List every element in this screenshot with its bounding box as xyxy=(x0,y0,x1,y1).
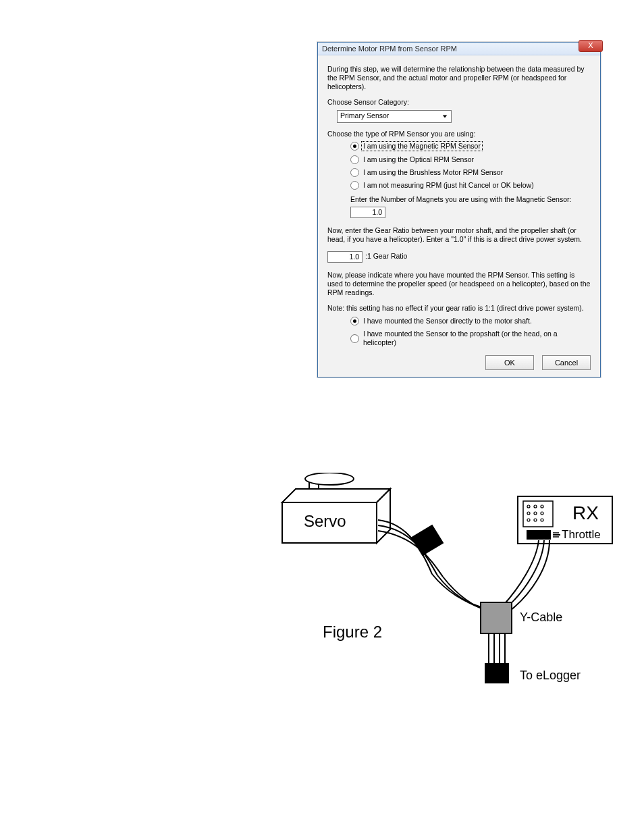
to-elogger-label: To eLogger xyxy=(520,669,581,683)
servo-label: Servo xyxy=(304,512,346,531)
radio-none[interactable]: I am not measuring RPM (just hit Cancel … xyxy=(350,181,591,190)
elogger-wires-icon xyxy=(489,633,505,663)
servo-icon xyxy=(282,473,390,543)
radio-icon xyxy=(350,155,359,164)
intro-text: During this step, we will determine the … xyxy=(327,65,591,91)
ok-button[interactable]: OK xyxy=(485,355,534,370)
magnets-label: Enter the Number of Magnets you are usin… xyxy=(350,195,591,204)
dialog-buttons: OK Cancel xyxy=(327,355,591,370)
radio-optical[interactable]: I am using the Optical RPM Sensor xyxy=(350,155,591,164)
sensor-category-select[interactable]: Primary Sensor xyxy=(337,110,452,123)
gear-ratio-input[interactable]: 1.0 xyxy=(327,251,363,263)
magnets-row: 1.0 xyxy=(350,207,591,218)
svg-marker-2 xyxy=(282,489,390,502)
figure-caption: Figure 2 xyxy=(323,623,382,642)
svg-marker-0 xyxy=(443,115,447,118)
radio-motor-shaft-label: I have mounted the Sensor directly to th… xyxy=(363,317,532,325)
dialog-title: Determine Motor RPM from Sensor RPM xyxy=(322,45,457,53)
radio-none-label: I am not measuring RPM (just hit Cancel … xyxy=(363,181,534,190)
sensor-category-label: Choose Sensor Category: xyxy=(327,98,591,107)
dialog-body: During this step, we will determine the … xyxy=(318,55,600,377)
svg-rect-17 xyxy=(527,530,551,540)
radio-motor-shaft[interactable]: I have mounted the Sensor directly to th… xyxy=(350,317,591,325)
svg-marker-21 xyxy=(412,525,443,555)
cancel-button[interactable]: Cancel xyxy=(542,355,591,370)
mount-note: Note: this setting has no effect if your… xyxy=(327,304,591,313)
radio-brushless-label: I am using the Brushless Motor RPM Senso… xyxy=(363,168,503,177)
chevron-down-icon xyxy=(440,111,450,121)
radio-icon xyxy=(350,142,359,151)
elogger-connector-icon xyxy=(485,663,509,683)
y-cable-junction-icon xyxy=(481,602,512,633)
svg-point-5 xyxy=(305,473,354,485)
figure-svg xyxy=(270,473,614,702)
titlebar: Determine Motor RPM from Sensor RPM X xyxy=(318,43,600,55)
rpm-dialog: Determine Motor RPM from Sensor RPM X Du… xyxy=(317,42,601,377)
sensor-category-row: Primary Sensor xyxy=(337,110,591,123)
gear-ratio-intro: Now, enter the Gear Ratio between your m… xyxy=(327,226,591,244)
y-cable-label: Y-Cable xyxy=(520,610,562,625)
magnets-input[interactable]: 1.0 xyxy=(350,207,385,218)
radio-magnetic-label: I am using the Magnetic RPM Sensor xyxy=(361,141,483,151)
radio-icon xyxy=(350,181,359,190)
mount-intro: Now, please indicate where you have moun… xyxy=(327,271,591,297)
rx-port-label: Throttle xyxy=(562,528,601,542)
radio-brushless[interactable]: I am using the Brushless Motor RPM Senso… xyxy=(350,168,591,177)
radio-icon xyxy=(350,334,359,343)
radio-icon xyxy=(350,168,359,177)
close-button[interactable]: X xyxy=(579,40,603,52)
radio-optical-label: I am using the Optical RPM Sensor xyxy=(363,155,474,164)
rx-label: RX xyxy=(572,502,599,524)
gear-ratio-row: 1.0 :1 Gear Ratio xyxy=(327,251,591,263)
sensor-type-label: Choose the type of RPM Sensor you are us… xyxy=(327,130,591,138)
radio-magnetic[interactable]: I am using the Magnetic RPM Sensor xyxy=(350,141,591,151)
sensor-category-value: Primary Sensor xyxy=(340,111,389,120)
gear-ratio-suffix: :1 Gear Ratio xyxy=(365,252,407,261)
figure-2-diagram: Servo RX Throttle Y-Cable To eLogger Fig… xyxy=(270,473,614,702)
radio-propshaft-label: I have mounted the Sensor to the propsha… xyxy=(363,330,591,347)
radio-icon xyxy=(350,317,359,325)
radio-propshaft[interactable]: I have mounted the Sensor to the propsha… xyxy=(350,330,591,347)
